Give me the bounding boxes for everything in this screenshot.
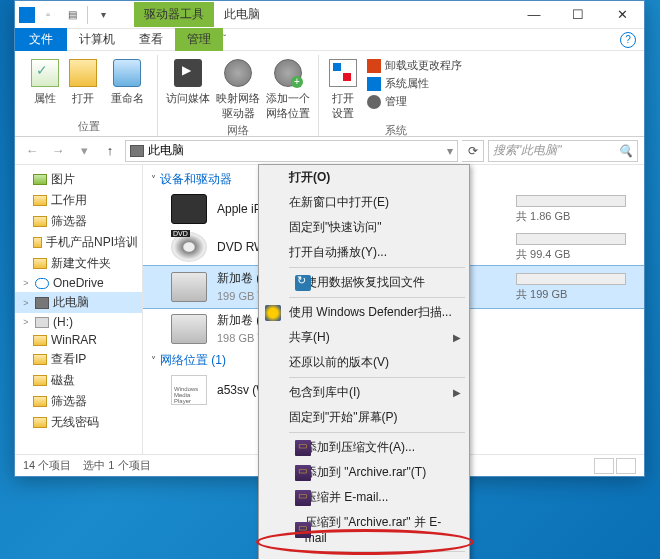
- tab-computer[interactable]: 计算机: [67, 28, 127, 51]
- pc-icon: [35, 297, 49, 309]
- qat-save-icon[interactable]: ▫: [37, 5, 59, 25]
- close-button[interactable]: ✕: [600, 1, 644, 29]
- nav-tree[interactable]: 图片工作用筛选器手机产品NPI培训新建文件夹>OneDrive>此电脑>(H:)…: [15, 165, 143, 454]
- menu-item-label: 固定到"快速访问": [289, 219, 382, 236]
- menu-separator: [289, 377, 465, 378]
- address-dropdown-icon[interactable]: ▾: [447, 144, 453, 158]
- tree-item-label: 磁盘: [51, 372, 75, 389]
- tree-item[interactable]: WinRAR: [15, 331, 142, 349]
- tab-file[interactable]: 文件: [15, 28, 67, 51]
- menu-item-label: 添加到压缩文件(A)...: [305, 439, 415, 456]
- menu-item[interactable]: 压缩到 "Archive.rar" 并 E-mail: [259, 510, 469, 549]
- onedrive-icon: [35, 278, 49, 289]
- minimize-button[interactable]: —: [512, 1, 556, 29]
- nav-back-button[interactable]: ←: [21, 140, 43, 162]
- help-icon[interactable]: ?: [620, 32, 636, 48]
- tab-manage[interactable]: 管理: [175, 28, 223, 51]
- rar-icon: [295, 522, 311, 538]
- wmp-icon: WindowsMedia Player: [171, 375, 207, 405]
- menu-item[interactable]: 打开(O): [259, 165, 469, 190]
- tree-item[interactable]: >(H:): [15, 313, 142, 331]
- tree-item[interactable]: >此电脑: [15, 292, 142, 313]
- tree-item-label: 图片: [51, 171, 75, 188]
- folder-icon: [33, 237, 42, 248]
- breadcrumb[interactable]: 此电脑: [148, 142, 184, 159]
- status-selected-count: 选中 1 个项目: [83, 458, 150, 473]
- menu-item[interactable]: 使用数据恢复找回文件: [259, 270, 469, 295]
- search-input[interactable]: 搜索"此电脑" 🔍: [488, 140, 638, 162]
- menu-item[interactable]: 固定到"快速访问": [259, 215, 469, 240]
- folder-icon: [33, 335, 47, 346]
- menu-item[interactable]: 添加到压缩文件(A)...: [259, 435, 469, 460]
- nav-history-dropdown[interactable]: ▾: [73, 140, 95, 162]
- menu-item[interactable]: 包含到库中(I)▶: [259, 380, 469, 405]
- folder-icon: [33, 195, 47, 206]
- pc-icon: [130, 145, 144, 157]
- tree-item[interactable]: 无线密码: [15, 412, 142, 433]
- tree-item-label: 新建文件夹: [51, 255, 111, 272]
- qat-dropdown-icon[interactable]: ▾: [92, 5, 114, 25]
- tree-item[interactable]: 手机产品NPI培训: [15, 232, 142, 253]
- tree-item[interactable]: >OneDrive: [15, 274, 142, 292]
- address-bar[interactable]: 此电脑 ▾: [125, 140, 458, 162]
- menu-separator: [289, 267, 465, 268]
- ribbon-open-settings-button[interactable]: 打开 设置: [325, 55, 361, 121]
- ribbon-open-button[interactable]: 打开: [65, 55, 101, 117]
- hdd-icon: [171, 272, 207, 302]
- menu-item-label: 打开(O): [289, 169, 330, 186]
- menu-item[interactable]: 使用 Windows Defender扫描...: [259, 300, 469, 325]
- tree-item[interactable]: 新建文件夹: [15, 253, 142, 274]
- tree-item[interactable]: 筛选器: [15, 211, 142, 232]
- dvd-icon: [171, 232, 207, 262]
- menu-item[interactable]: 还原以前的版本(V): [259, 350, 469, 375]
- view-details-button[interactable]: [594, 458, 614, 474]
- menu-item[interactable]: 共享(H)▶: [259, 325, 469, 350]
- ribbon-manage-button[interactable]: 管理: [363, 93, 466, 110]
- tree-item[interactable]: 工作用: [15, 190, 142, 211]
- rar-icon: [295, 490, 311, 506]
- qat-props-icon[interactable]: ▤: [61, 5, 83, 25]
- folder-icon: [33, 396, 47, 407]
- ribbon-access-media-button[interactable]: 访问媒体: [164, 55, 212, 121]
- ribbon-properties-button[interactable]: 属性: [27, 55, 63, 117]
- menu-item[interactable]: 打开自动播放(Y)...: [259, 240, 469, 265]
- ribbon-uninstall-button[interactable]: 卸载或更改程序: [363, 57, 466, 74]
- recover-icon: [295, 275, 311, 291]
- menu-separator: [289, 432, 465, 433]
- view-tiles-button[interactable]: [616, 458, 636, 474]
- tree-item[interactable]: 磁盘: [15, 370, 142, 391]
- menu-item[interactable]: 在新窗口中打开(E): [259, 190, 469, 215]
- menu-item-label: 添加到 "Archive.rar"(T): [305, 464, 426, 481]
- nav-forward-button[interactable]: →: [47, 140, 69, 162]
- ribbon-map-drive-button[interactable]: 映射网络 驱动器: [214, 55, 262, 121]
- context-menu[interactable]: 打开(O)在新窗口中打开(E)固定到"快速访问"打开自动播放(Y)...使用数据…: [258, 164, 470, 559]
- refresh-button[interactable]: ⟳: [462, 140, 484, 162]
- menu-item[interactable]: 添加到 "Archive.rar"(T): [259, 460, 469, 485]
- ribbon: 属性 打开 重命名 位置 访问媒体 映射网络 驱动器 添加一个 网络位置 网络 …: [15, 51, 644, 137]
- ribbon-rename-button[interactable]: 重命名: [103, 55, 151, 117]
- tree-item-label: WinRAR: [51, 333, 97, 347]
- menu-item[interactable]: 压缩并 E-mail...: [259, 485, 469, 510]
- maximize-button[interactable]: ☐: [556, 1, 600, 29]
- menu-item[interactable]: 格式化(A)...: [259, 554, 469, 559]
- submenu-arrow-icon: ▶: [453, 332, 461, 343]
- contextual-tab-drive-tools[interactable]: 驱动器工具: [134, 2, 214, 27]
- tree-item[interactable]: 查看IP: [15, 349, 142, 370]
- tab-view[interactable]: 查看: [127, 28, 175, 51]
- tree-item[interactable]: 筛选器: [15, 391, 142, 412]
- tree-item[interactable]: 图片: [15, 169, 142, 190]
- tree-item-label: 查看IP: [51, 351, 86, 368]
- expander-icon[interactable]: >: [21, 317, 31, 327]
- ribbon-collapse-icon[interactable]: ˇ: [223, 34, 226, 45]
- folder-icon: [33, 354, 47, 365]
- ribbon-system-properties-button[interactable]: 系统属性: [363, 75, 466, 92]
- menu-item[interactable]: 固定到"开始"屏幕(P): [259, 405, 469, 430]
- ribbon-add-network-button[interactable]: 添加一个 网络位置: [264, 55, 312, 121]
- title-bar: ▫ ▤ ▾ 驱动器工具 此电脑 — ☐ ✕: [15, 1, 644, 29]
- menu-separator: [289, 551, 465, 552]
- nav-up-button[interactable]: ↑: [99, 140, 121, 162]
- hdd-icon: [171, 314, 207, 344]
- folder-icon: [33, 375, 47, 386]
- expander-icon[interactable]: >: [21, 298, 31, 308]
- expander-icon[interactable]: >: [21, 278, 31, 288]
